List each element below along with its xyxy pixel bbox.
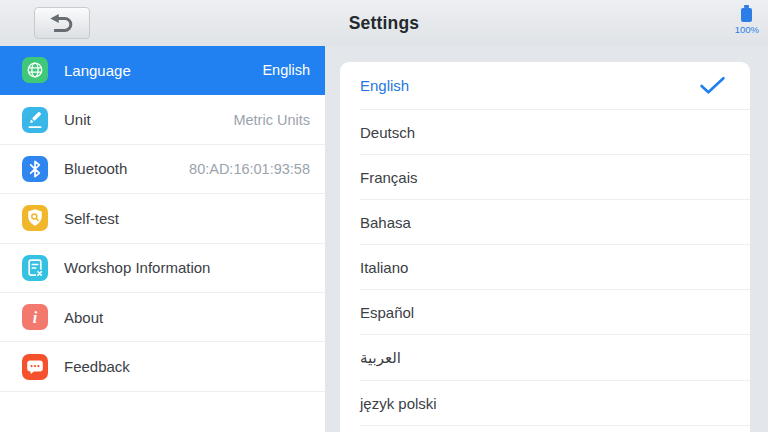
language-option-label: Français [360,169,418,186]
bluetooth-icon [22,156,48,182]
info-icon: i [22,304,48,330]
language-option-label: Bahasa [360,214,411,231]
sidebar-item-unit[interactable]: Unit Metric Units [0,95,325,144]
battery-percent: 100% [735,24,759,35]
language-option-bahasa[interactable]: Bahasa [340,200,750,245]
language-option-label: العربية [360,349,401,367]
sidebar-item-workshop-information[interactable]: Workshop Information [0,244,325,293]
page-title: Settings [0,0,768,46]
content-area: Language English Unit Metric Units [0,46,768,432]
sidebar-item-label: About [64,309,103,326]
language-list-card: English Deutsch Français Bahasa Italiano [340,62,750,432]
sidebar-item-self-test[interactable]: Self-test [0,194,325,243]
sidebar-item-label: Language [64,62,131,79]
sidebar-item-value: English [262,62,310,78]
language-option-francais[interactable]: Français [340,155,750,200]
language-option-english[interactable]: English [340,62,750,110]
sidebar-item-label: Self-test [64,210,119,227]
language-option-polish[interactable]: język polski [340,381,750,426]
sidebar-item-value: Metric Units [233,112,310,128]
settings-sidebar: Language English Unit Metric Units [0,46,325,432]
language-panel-area: English Deutsch Français Bahasa Italiano [325,46,768,432]
check-icon [699,76,726,95]
language-option-label: Italiano [360,259,408,276]
language-option-label: Español [360,304,414,321]
sidebar-item-feedback[interactable]: Feedback [0,342,325,391]
language-option-italiano[interactable]: Italiano [340,245,750,290]
sidebar-item-label: Bluetooth [64,160,127,177]
header-bar: Settings 100% [0,0,768,46]
language-option-arabic[interactable]: العربية [340,335,750,380]
language-option-label: English [360,77,409,94]
sidebar-item-label: Unit [64,111,91,128]
shield-search-icon [22,205,48,231]
language-option-label: Deutsch [360,124,415,141]
sidebar-item-label: Feedback [64,358,130,375]
sidebar-item-about[interactable]: i About [0,293,325,342]
document-x-icon [22,255,48,281]
language-option-label: język polski [360,395,437,412]
sidebar-item-language[interactable]: Language English [0,46,325,95]
settings-screen: Settings 100% Language English [0,0,768,432]
sidebar-item-bluetooth[interactable]: Bluetooth 80:AD:16:01:93:58 [0,145,325,194]
sidebar-item-value: 80:AD:16:01:93:58 [189,161,310,177]
globe-icon [22,57,48,83]
battery-indicator: 100% [735,5,759,35]
chat-bubble-icon [22,354,48,380]
pencil-icon [22,107,48,133]
language-option-espanol[interactable]: Español [340,290,750,335]
svg-text:i: i [33,309,38,326]
language-option-deutsch[interactable]: Deutsch [340,110,750,155]
sidebar-item-label: Workshop Information [64,259,210,276]
